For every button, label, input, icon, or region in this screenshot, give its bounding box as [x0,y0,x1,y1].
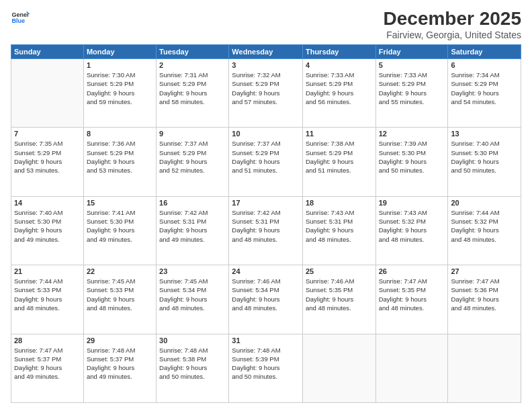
calendar-cell: 30Sunrise: 7:48 AMSunset: 5:38 PMDayligh… [157,334,229,402]
week-row: 1Sunrise: 7:30 AMSunset: 5:29 PMDaylight… [11,59,521,128]
day-number: 24 [232,267,300,275]
calendar-cell [302,334,375,402]
day-info: Sunrise: 7:37 AMSunset: 5:29 PMDaylight:… [159,139,226,175]
day-number: 21 [14,267,81,275]
day-info: Sunrise: 7:45 AMSunset: 5:34 PMDaylight:… [159,277,226,312]
day-of-week-header: Thursday [302,45,375,59]
day-number: 1 [87,61,153,69]
calendar-cell: 8Sunrise: 7:36 AMSunset: 5:29 PMDaylight… [83,128,156,196]
day-number: 15 [87,199,153,207]
calendar-cell: 18Sunrise: 7:43 AMSunset: 5:31 PMDayligh… [302,196,375,265]
day-number: 22 [87,267,153,275]
day-number: 9 [159,130,226,138]
calendar-cell: 2Sunrise: 7:31 AMSunset: 5:29 PMDaylight… [157,59,229,128]
calendar-cell: 21Sunrise: 7:44 AMSunset: 5:33 PMDayligh… [11,265,84,334]
day-info: Sunrise: 7:40 AMSunset: 5:30 PMDaylight:… [451,139,518,175]
day-number: 8 [87,130,153,138]
calendar-cell: 23Sunrise: 7:45 AMSunset: 5:34 PMDayligh… [157,265,229,334]
day-number: 5 [379,61,445,69]
day-info: Sunrise: 7:33 AMSunset: 5:29 PMDaylight:… [379,71,445,106]
day-info: Sunrise: 7:43 AMSunset: 5:31 PMDaylight:… [306,208,373,244]
day-info: Sunrise: 7:41 AMSunset: 5:30 PMDaylight:… [87,208,153,244]
day-info: Sunrise: 7:40 AMSunset: 5:30 PMDaylight:… [14,208,81,244]
week-row: 14Sunrise: 7:40 AMSunset: 5:30 PMDayligh… [11,196,521,265]
day-number: 7 [14,130,81,138]
calendar-cell: 1Sunrise: 7:30 AMSunset: 5:29 PMDaylight… [83,59,156,128]
day-of-week-header: Friday [375,45,448,59]
calendar-cell: 11Sunrise: 7:38 AMSunset: 5:29 PMDayligh… [302,128,375,196]
location-subtitle: Fairview, Georgia, United States [384,30,521,40]
day-number: 19 [379,199,445,207]
day-info: Sunrise: 7:32 AMSunset: 5:29 PMDaylight:… [232,71,300,106]
day-info: Sunrise: 7:48 AMSunset: 5:38 PMDaylight:… [159,346,226,381]
day-number: 23 [159,267,226,275]
day-info: Sunrise: 7:34 AMSunset: 5:29 PMDaylight:… [451,71,518,106]
page: General Blue December 2025 Fairview, Geo… [0,0,532,411]
day-info: Sunrise: 7:35 AMSunset: 5:29 PMDaylight:… [14,139,81,175]
day-info: Sunrise: 7:31 AMSunset: 5:29 PMDaylight:… [159,71,226,106]
day-number: 11 [306,130,373,138]
calendar-cell: 24Sunrise: 7:46 AMSunset: 5:34 PMDayligh… [229,265,303,334]
day-number: 18 [306,199,373,207]
day-number: 13 [451,130,518,138]
calendar-cell: 14Sunrise: 7:40 AMSunset: 5:30 PMDayligh… [11,196,84,265]
calendar-cell: 19Sunrise: 7:43 AMSunset: 5:32 PMDayligh… [375,196,448,265]
day-number: 26 [379,267,445,275]
week-row: 7Sunrise: 7:35 AMSunset: 5:29 PMDaylight… [11,128,521,196]
calendar-cell: 28Sunrise: 7:47 AMSunset: 5:37 PMDayligh… [11,334,84,402]
calendar-cell: 10Sunrise: 7:37 AMSunset: 5:29 PMDayligh… [229,128,303,196]
calendar-cell [11,59,84,128]
day-info: Sunrise: 7:47 AMSunset: 5:36 PMDaylight:… [451,277,518,312]
day-of-week-header: Sunday [11,45,84,59]
calendar-cell: 5Sunrise: 7:33 AMSunset: 5:29 PMDaylight… [375,59,448,128]
day-info: Sunrise: 7:30 AMSunset: 5:29 PMDaylight:… [87,71,153,106]
day-info: Sunrise: 7:44 AMSunset: 5:32 PMDaylight:… [451,208,518,244]
calendar-cell: 22Sunrise: 7:45 AMSunset: 5:33 PMDayligh… [83,265,156,334]
day-number: 14 [14,199,81,207]
day-info: Sunrise: 7:46 AMSunset: 5:34 PMDaylight:… [232,277,300,312]
day-info: Sunrise: 7:43 AMSunset: 5:32 PMDaylight:… [379,208,445,244]
calendar-cell: 6Sunrise: 7:34 AMSunset: 5:29 PMDaylight… [448,59,521,128]
day-number: 27 [451,267,518,275]
day-number: 6 [451,61,518,69]
day-number: 25 [306,267,373,275]
logo: General Blue [11,8,30,27]
calendar-cell: 29Sunrise: 7:48 AMSunset: 5:37 PMDayligh… [83,334,156,402]
day-info: Sunrise: 7:38 AMSunset: 5:29 PMDaylight:… [306,139,373,175]
week-row: 28Sunrise: 7:47 AMSunset: 5:37 PMDayligh… [11,334,521,402]
calendar-cell: 12Sunrise: 7:39 AMSunset: 5:30 PMDayligh… [375,128,448,196]
day-info: Sunrise: 7:39 AMSunset: 5:30 PMDaylight:… [379,139,445,175]
day-info: Sunrise: 7:47 AMSunset: 5:37 PMDaylight:… [14,346,81,381]
day-number: 29 [87,336,153,345]
title-block: December 2025 Fairview, Georgia, United … [384,8,521,40]
calendar-cell: 25Sunrise: 7:46 AMSunset: 5:35 PMDayligh… [302,265,375,334]
day-info: Sunrise: 7:48 AMSunset: 5:37 PMDaylight:… [87,346,153,381]
day-number: 28 [14,336,81,345]
calendar-cell: 20Sunrise: 7:44 AMSunset: 5:32 PMDayligh… [448,196,521,265]
calendar-cell: 3Sunrise: 7:32 AMSunset: 5:29 PMDaylight… [229,59,303,128]
calendar-cell: 27Sunrise: 7:47 AMSunset: 5:36 PMDayligh… [448,265,521,334]
day-info: Sunrise: 7:44 AMSunset: 5:33 PMDaylight:… [14,277,81,312]
calendar-cell: 16Sunrise: 7:42 AMSunset: 5:31 PMDayligh… [157,196,229,265]
calendar-cell: 15Sunrise: 7:41 AMSunset: 5:30 PMDayligh… [83,196,156,265]
header: General Blue December 2025 Fairview, Geo… [11,8,521,40]
calendar-cell [375,334,448,402]
day-number: 12 [379,130,445,138]
day-number: 17 [232,199,300,207]
calendar-cell: 26Sunrise: 7:47 AMSunset: 5:35 PMDayligh… [375,265,448,334]
day-of-week-header: Tuesday [157,45,229,59]
day-number: 31 [232,336,300,345]
logo-icon: General Blue [11,8,30,27]
calendar-cell [448,334,521,402]
day-of-week-header: Wednesday [229,45,303,59]
day-info: Sunrise: 7:36 AMSunset: 5:29 PMDaylight:… [87,139,153,175]
day-of-week-header: Saturday [448,45,521,59]
day-number: 3 [232,61,300,69]
calendar-table: SundayMondayTuesdayWednesdayThursdayFrid… [11,44,521,403]
day-info: Sunrise: 7:45 AMSunset: 5:33 PMDaylight:… [87,277,153,312]
calendar-cell: 7Sunrise: 7:35 AMSunset: 5:29 PMDaylight… [11,128,84,196]
day-info: Sunrise: 7:48 AMSunset: 5:39 PMDaylight:… [232,346,300,381]
day-number: 30 [159,336,226,345]
day-number: 10 [232,130,300,138]
week-row: 21Sunrise: 7:44 AMSunset: 5:33 PMDayligh… [11,265,521,334]
